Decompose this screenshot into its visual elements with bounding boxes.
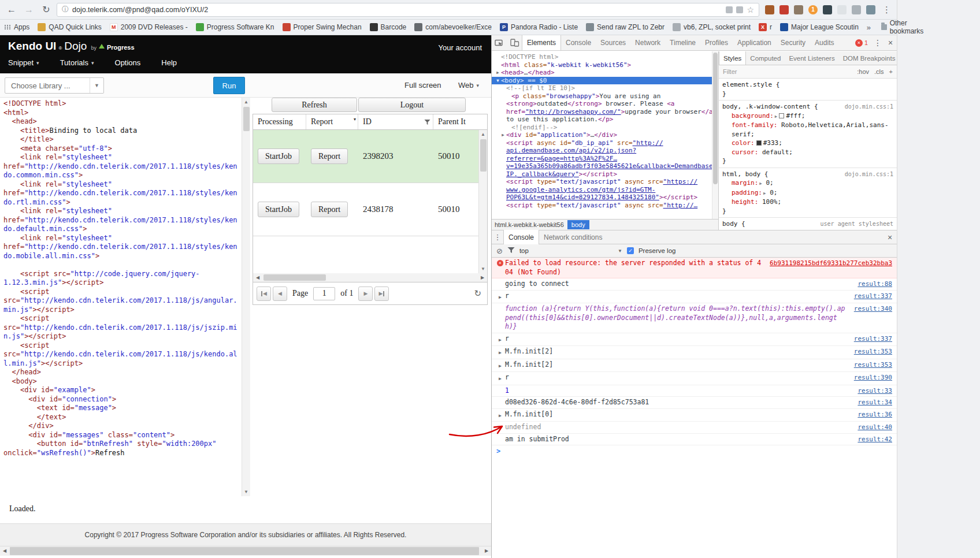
drawer-tab-console[interactable]: Console bbox=[503, 230, 539, 245]
your-account-link[interactable]: Your account bbox=[439, 43, 482, 52]
inspect-element-icon[interactable] bbox=[492, 35, 507, 50]
elements-tree-node[interactable]: ▶<div id="application">…</div> bbox=[492, 131, 718, 139]
bookmark-item[interactable]: Xr bbox=[759, 23, 772, 31]
console-source-link[interactable]: result:353 bbox=[854, 347, 892, 356]
extension-icon[interactable] bbox=[866, 5, 875, 14]
devtools-close-icon[interactable]: × bbox=[884, 38, 897, 47]
expand-arrow-icon[interactable]: ▶ bbox=[499, 348, 502, 358]
menu-options[interactable]: Options bbox=[115, 58, 141, 67]
console-source-link[interactable]: result:33 bbox=[858, 386, 892, 396]
scroll-down-arrow[interactable]: ▼ bbox=[242, 488, 250, 496]
breadcrumb-body[interactable]: body bbox=[567, 220, 589, 229]
elements-tree-node[interactable]: to use this application.</p> bbox=[492, 116, 718, 124]
web-select[interactable]: Web ▾ bbox=[458, 81, 479, 90]
expand-arrow-icon[interactable]: ▶ bbox=[499, 336, 502, 345]
console-source-link[interactable]: result:88 bbox=[858, 280, 892, 289]
expand-arrow-icon[interactable]: ▼ bbox=[495, 77, 501, 85]
styles-filter-input[interactable]: Filter bbox=[723, 68, 737, 75]
url-bar[interactable]: ⓘ dojo.telerik.com/@pnd@qad.com/oYIXU/2 … bbox=[57, 3, 759, 17]
filter-icon[interactable] bbox=[507, 245, 515, 256]
elements-tree-node[interactable]: <script async id="db_ip_api" src="http:/… bbox=[492, 139, 718, 147]
pseudo-state-button[interactable]: :hov bbox=[857, 68, 869, 75]
bookmark-star-icon[interactable]: ☆ bbox=[747, 5, 754, 14]
console-source-link[interactable]: result:337 bbox=[854, 334, 892, 344]
pager-next-button[interactable]: ▶ bbox=[358, 287, 373, 301]
reload-button[interactable]: ↻ bbox=[39, 4, 53, 15]
console-source-link[interactable]: result:42 bbox=[858, 435, 892, 444]
tab-elements[interactable]: Elements bbox=[522, 35, 561, 50]
menu-help[interactable]: Help bbox=[161, 58, 177, 67]
report-row-button[interactable]: Report bbox=[311, 148, 348, 164]
devtools-menu-icon[interactable]: ⋮ bbox=[871, 38, 884, 47]
tab-console[interactable]: Console bbox=[561, 35, 596, 50]
preserve-log-checkbox[interactable]: ✓ bbox=[627, 247, 634, 254]
elements-tree-node[interactable]: ▶<head>…</head> bbox=[492, 69, 718, 77]
grid-column-header-processing[interactable]: Processing bbox=[253, 114, 306, 129]
elements-tree-node[interactable]: href="http://browsehappy.com/">upgrade y… bbox=[492, 108, 718, 116]
sort-caret-icon[interactable]: ▾ bbox=[354, 117, 356, 122]
menu-tutorials[interactable]: Tutorials▾ bbox=[60, 58, 94, 67]
bookmark-item[interactable]: Major League Scoutin bbox=[780, 23, 859, 31]
console-source-link[interactable]: 6b931198215bdf69331b277ceb32bba3 bbox=[770, 259, 892, 268]
expand-arrow-icon[interactable]: ▶ bbox=[499, 362, 502, 371]
expand-arrow-icon[interactable]: ▶ bbox=[495, 69, 501, 77]
extension-icon[interactable] bbox=[794, 5, 803, 14]
scroll-right-arrow[interactable]: ▶ bbox=[482, 546, 491, 556]
console-source-link[interactable]: result:40 bbox=[858, 423, 892, 432]
code-editor[interactable]: <!DOCTYPE html><html> <head> <title>Bind… bbox=[0, 98, 242, 472]
elements-tree-node[interactable]: api.demandbase.com/api/v2/ip.json? bbox=[492, 147, 718, 155]
logout-button[interactable]: Logout bbox=[358, 98, 466, 112]
grid-vertical-scrollbar[interactable]: ▲ ▼ bbox=[478, 130, 487, 273]
bookmark-item[interactable]: Proper Swing Mechan bbox=[283, 23, 362, 31]
scrollbar-thumb[interactable] bbox=[480, 139, 487, 172]
page-number-input[interactable] bbox=[313, 287, 335, 300]
elements-tree-node[interactable]: <script type="text/javascript" async src… bbox=[492, 178, 718, 186]
console-source-link[interactable]: result:36 bbox=[858, 410, 892, 419]
stylesheet-link[interactable]: dojo.min.css:1 bbox=[845, 102, 893, 111]
execution-context-select[interactable]: top ▼ bbox=[519, 247, 622, 254]
elements-tree-node[interactable]: ▼<body> == $0 bbox=[492, 77, 718, 85]
scroll-right-arrow[interactable]: ▶ bbox=[478, 273, 487, 282]
scroll-up-arrow[interactable]: ▲ bbox=[479, 130, 487, 139]
elements-scrollbar[interactable] bbox=[712, 51, 718, 219]
back-button[interactable]: ← bbox=[5, 5, 18, 15]
expand-arrow-icon[interactable]: ▶ bbox=[500, 131, 506, 139]
bookmark-item[interactable]: M2009 DVD Releases - bbox=[110, 23, 188, 31]
filter-funnel-icon[interactable] bbox=[424, 118, 430, 128]
console-prompt[interactable]: > bbox=[492, 445, 897, 458]
tab-network[interactable]: Network bbox=[630, 35, 665, 50]
expand-arrow-icon[interactable]: ▶ bbox=[499, 293, 502, 302]
elements-tree-node[interactable]: v=19e35a365b09a86adbf3f03e5845621e&callb… bbox=[492, 162, 718, 170]
page-info-icon[interactable]: ⓘ bbox=[62, 5, 69, 14]
extension-icon[interactable] bbox=[837, 5, 847, 14]
forward-button[interactable]: → bbox=[22, 5, 36, 15]
page-horizontal-scrollbar[interactable]: ◀ ▶ bbox=[0, 546, 491, 556]
styles-tab-styles[interactable]: Styles bbox=[719, 51, 746, 65]
bookmark-item[interactable]: Send raw ZPL to Zebr bbox=[586, 23, 665, 31]
elements-tree-node[interactable]: www.google-analytics.com/gtm/js?id=GTM- bbox=[492, 186, 718, 194]
elements-tree-node[interactable]: <!--[if lt IE 10]> bbox=[492, 84, 718, 92]
extension-icon[interactable] bbox=[765, 5, 774, 14]
expand-arrow-icon[interactable]: ▶ bbox=[499, 374, 502, 384]
console-source-link[interactable]: result:337 bbox=[854, 292, 892, 301]
elements-tree-node[interactable]: <script type="text/javascript" async src… bbox=[492, 202, 718, 210]
bookmark-item[interactable]: vb6, ZPL, socket print bbox=[673, 23, 751, 31]
choose-library-select[interactable]: Choose Library ... ▼ bbox=[5, 77, 104, 94]
grid-horizontal-scrollbar[interactable]: ◀ ▶ bbox=[253, 273, 487, 282]
tab-application[interactable]: Application bbox=[733, 35, 776, 50]
styles-tab-dom-breakpoints[interactable]: DOM Breakpoints bbox=[839, 51, 897, 65]
other-bookmarks[interactable]: Other bookmarks bbox=[881, 19, 926, 35]
scroll-left-arrow[interactable]: ◀ bbox=[253, 273, 262, 282]
console-source-link[interactable]: result:353 bbox=[854, 360, 892, 370]
bookmark-item[interactable]: Progress Software Kn bbox=[196, 23, 274, 31]
pager-refresh-icon[interactable]: ↻ bbox=[474, 288, 481, 299]
page-action-icon[interactable] bbox=[726, 6, 733, 13]
drawer-close-icon[interactable]: × bbox=[883, 233, 897, 242]
bookmark-item[interactable]: PPandora Radio - Liste bbox=[500, 23, 578, 31]
pager-last-button[interactable]: ▶ bbox=[374, 287, 389, 301]
drawer-tab-network-conditions[interactable]: Network conditions bbox=[539, 230, 607, 245]
error-count-badge[interactable]: × 1 bbox=[855, 39, 868, 47]
tab-sources[interactable]: Sources bbox=[596, 35, 630, 50]
grid-column-header-report[interactable]: Report▾ bbox=[306, 114, 358, 129]
elements-tree-node[interactable]: <![endif]--> bbox=[492, 124, 718, 132]
